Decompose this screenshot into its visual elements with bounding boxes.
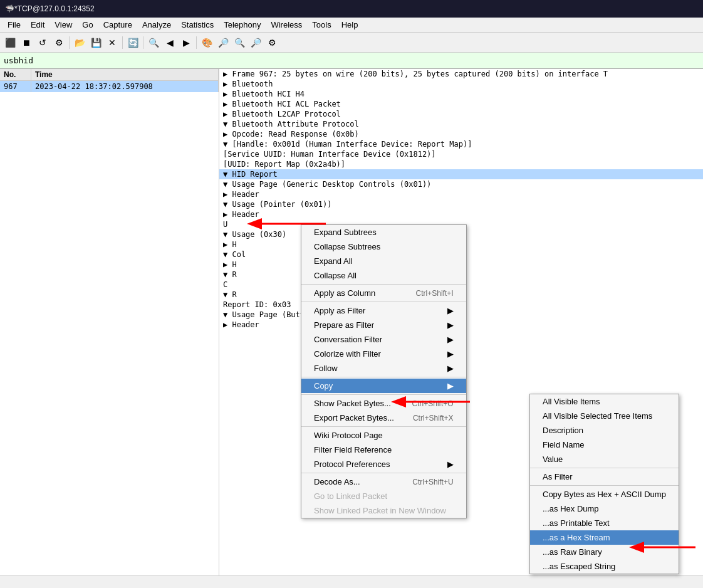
toolbar-colorize[interactable]: 🎨 <box>199 35 214 50</box>
sub-item--as-escaped-string[interactable]: ...as Escaped String <box>530 559 679 574</box>
toolbar-stop[interactable]: ⏹ <box>19 35 34 50</box>
toolbar-zoom-in[interactable]: 🔎 <box>216 35 231 50</box>
sub-item-all-visible-selected-tree-items[interactable]: All Visible Selected Tree Items <box>530 409 679 423</box>
sub-context-menu: All Visible ItemsAll Visible Selected Tr… <box>529 394 679 574</box>
toolbar-forward[interactable]: ▶ <box>179 35 194 50</box>
detail-line-10[interactable]: ▼ HID Report <box>219 169 703 179</box>
detail-line-5[interactable]: ▼ Bluetooth Attribute Protocol <box>219 119 703 129</box>
detail-line-6[interactable]: ▶ Opcode: Read Response (0x0b) <box>219 129 703 139</box>
sub-item-field-name[interactable]: Field Name <box>530 438 679 452</box>
ctx-item-decode-as[interactable]: Decode As...Ctrl+Shift+U <box>301 475 466 489</box>
toolbar-restart[interactable]: ↺ <box>35 35 50 50</box>
ctx-item-expand-all[interactable]: Expand All <box>301 254 466 268</box>
sub-item-as-filter[interactable]: As Filter <box>530 470 679 484</box>
toolbar-zoom-reset[interactable]: 🔎 <box>248 35 263 50</box>
ctx-item-apply-as-column[interactable]: Apply as ColumnCtrl+Shift+I <box>301 286 466 300</box>
sub-item-description[interactable]: Description <box>530 423 679 438</box>
menu-tools[interactable]: Tools <box>307 19 336 31</box>
sub-sep-7 <box>530 485 679 486</box>
sub-item--as-raw-binary[interactable]: ...as Raw Binary <box>530 545 679 559</box>
ctx-item-filter-field-reference[interactable]: Filter Field Reference <box>301 443 466 457</box>
ctx-item-wiki-protocol-page[interactable]: Wiki Protocol Page <box>301 428 466 443</box>
toolbar-zoom-out[interactable]: 🔍 <box>232 35 247 50</box>
toolbar-sep-3 <box>143 36 143 49</box>
packet-list-header: No. Time <box>0 69 219 81</box>
title-bar: 🦈 *TCP@127.0.0.1:24352 <box>0 0 703 18</box>
detail-line-8: [Service UUID: Human Interface Device (0… <box>219 149 703 159</box>
sub-item--as-hex-dump[interactable]: ...as Hex Dump <box>530 501 679 516</box>
col-no: No. <box>0 69 31 80</box>
toolbar-new[interactable]: ⬛ <box>3 35 18 50</box>
detail-line-2[interactable]: ▶ Bluetooth HCI H4 <box>219 89 703 99</box>
toolbar-save[interactable]: 💾 <box>88 35 103 50</box>
detail-line-11[interactable]: ▼ Usage Page (Generic Desktop Controls (… <box>219 179 703 189</box>
detail-line-14[interactable]: ▶ Header <box>219 209 703 219</box>
toolbar-close[interactable]: ✕ <box>105 35 120 50</box>
packet-list: No. Time 967 2023-04-22 18:37:02.597908 <box>0 69 219 575</box>
detail-line-4[interactable]: ▶ Bluetooth L2CAP Protocol <box>219 109 703 119</box>
packet-no: 967 <box>0 81 31 92</box>
menu-go[interactable]: Go <box>77 19 98 31</box>
detail-line-13[interactable]: ▼ Usage (Pointer (0x01)) <box>219 199 703 209</box>
window-title: *TCP@127.0.0.1:24352 <box>14 4 95 13</box>
toolbar-options[interactable]: ⚙ <box>51 35 66 50</box>
toolbar-open[interactable]: 📂 <box>72 35 87 50</box>
detail-line-0[interactable]: ▶ Frame 967: 25 bytes on wire (200 bits)… <box>219 69 703 79</box>
ctx-item-go-to-linked-packet: Go to Linked Packet <box>301 489 466 503</box>
detail-line-3[interactable]: ▶ Bluetooth HCI ACL Packet <box>219 99 703 109</box>
app-icon: 🦈 <box>5 4 14 13</box>
packet-time: 2023-04-22 18:37:02.597908 <box>31 81 219 92</box>
ctx-sep-6 <box>301 302 466 302</box>
filter-bar: usbhid <box>0 53 703 69</box>
detail-line-12[interactable]: ▶ Header <box>219 189 703 199</box>
menu-bar: FileEditViewGoCaptureAnalyzeStatisticsTe… <box>0 18 703 33</box>
ctx-item-conversation-filter[interactable]: Conversation Filter▶ <box>301 332 466 347</box>
ctx-item-copy[interactable]: Copy▶ <box>301 379 466 393</box>
ctx-item-show-packet-bytes[interactable]: Show Packet Bytes...Ctrl+Shift+O <box>301 396 466 411</box>
ctx-sep-14 <box>301 394 466 395</box>
ctx-item-follow[interactable]: Follow▶ <box>301 361 466 375</box>
col-time: Time <box>31 69 219 80</box>
sub-item-all-visible-items[interactable]: All Visible Items <box>530 394 679 409</box>
menu-statistics[interactable]: Statistics <box>176 19 219 31</box>
ctx-sep-21 <box>301 473 466 473</box>
filter-value: usbhid <box>4 56 33 65</box>
ctx-sep-4 <box>301 284 466 285</box>
toolbar-sep-2 <box>122 36 123 49</box>
menu-analyze[interactable]: Analyze <box>137 19 176 31</box>
menu-edit[interactable]: Edit <box>26 19 49 31</box>
ctx-item-collapse-subtrees[interactable]: Collapse Subtrees <box>301 239 466 254</box>
ctx-sep-17 <box>301 426 466 427</box>
toolbar-resize[interactable]: ⚙ <box>264 35 279 50</box>
menu-view[interactable]: View <box>49 19 77 31</box>
menu-help[interactable]: Help <box>336 19 363 31</box>
toolbar-reload[interactable]: 🔄 <box>125 35 140 50</box>
ctx-item-show-linked-packet-in-new-window: Show Linked Packet in New Window <box>301 503 466 518</box>
ctx-item-apply-as-filter[interactable]: Apply as Filter▶ <box>301 303 466 318</box>
sub-item--as-a-hex-stream[interactable]: ...as a Hex Stream <box>530 530 679 545</box>
sub-item-copy-bytes-as-hex--ascii-dump[interactable]: Copy Bytes as Hex + ASCII Dump <box>530 487 679 501</box>
menu-wireless[interactable]: Wireless <box>266 19 307 31</box>
main-context-menu: Expand SubtreesCollapse SubtreesExpand A… <box>301 224 467 518</box>
ctx-item-expand-subtrees[interactable]: Expand Subtrees <box>301 225 466 239</box>
sub-item--as-printable-text[interactable]: ...as Printable Text <box>530 516 679 530</box>
detail-line-1[interactable]: ▶ Bluetooth <box>219 79 703 89</box>
toolbar-sep-4 <box>196 36 197 49</box>
detail-line-7[interactable]: ▼ [Handle: 0x001d (Human Interface Devic… <box>219 139 703 149</box>
ctx-item-collapse-all[interactable]: Collapse All <box>301 268 466 283</box>
menu-telephony[interactable]: Telephony <box>219 19 266 31</box>
ctx-item-protocol-preferences[interactable]: Protocol Preferences▶ <box>301 457 466 471</box>
ctx-item-colorize-with-filter[interactable]: Colorize with Filter▶ <box>301 347 466 361</box>
toolbar: ⬛ ⏹ ↺ ⚙ 📂 💾 ✕ 🔄 🔍 ◀ ▶ 🎨 🔎 🔍 🔎 ⚙ <box>0 33 703 53</box>
status-bar <box>0 575 703 588</box>
menu-file[interactable]: File <box>3 19 26 31</box>
ctx-item-export-packet-bytes[interactable]: Export Packet Bytes...Ctrl+Shift+X <box>301 411 466 425</box>
sub-item-value[interactable]: Value <box>530 452 679 466</box>
toolbar-back[interactable]: ◀ <box>162 35 177 50</box>
toolbar-find[interactable]: 🔍 <box>146 35 161 50</box>
menu-capture[interactable]: Capture <box>98 19 137 31</box>
toolbar-sep-1 <box>69 36 70 49</box>
ctx-item-prepare-as-filter[interactable]: Prepare as Filter▶ <box>301 318 466 332</box>
ctx-sep-12 <box>301 377 466 377</box>
packet-row[interactable]: 967 2023-04-22 18:37:02.597908 <box>0 81 219 92</box>
